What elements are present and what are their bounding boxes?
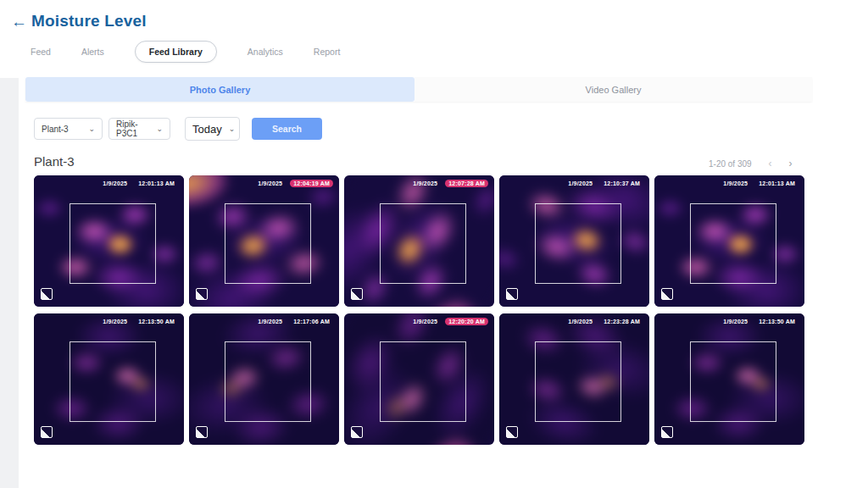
tile-meta: 1/9/2025 12:13:50 AM	[103, 318, 178, 325]
tile-meta: 1/9/2025 12:13:50 AM	[723, 318, 798, 325]
chevron-down-icon: ⌄	[156, 125, 163, 133]
nav-tabs: Feed Alerts Feed Library Analytics Repor…	[31, 40, 340, 64]
tile-date: 1/9/2025	[413, 180, 437, 186]
tile-meta: 1/9/2025 12:04:19 AM	[258, 180, 333, 187]
expand-icon[interactable]	[41, 288, 53, 300]
tile-date: 1/9/2025	[103, 180, 127, 186]
tile-date: 1/9/2025	[568, 180, 593, 186]
annotation-box	[690, 341, 776, 422]
tab-photo-gallery[interactable]: Photo Gallery	[25, 77, 415, 102]
gallery-tile[interactable]: 1/9/2025 12:10:37 AM	[499, 175, 649, 307]
tab-analytics[interactable]: Analytics	[248, 47, 283, 57]
pagination-prev-icon[interactable]: ‹	[769, 158, 772, 169]
expand-icon[interactable]	[506, 426, 518, 438]
tile-meta: 1/9/2025 12:01:13 AM	[723, 180, 798, 187]
expand-icon[interactable]	[196, 426, 208, 438]
annotation-box	[535, 203, 620, 284]
annotation-box	[380, 203, 465, 284]
expand-icon[interactable]	[351, 288, 363, 300]
pagination-next-icon[interactable]: ›	[789, 158, 793, 169]
page-left-gutter	[0, 78, 19, 488]
tab-report[interactable]: Report	[314, 47, 341, 57]
search-button[interactable]: Search	[252, 118, 322, 140]
annotation-box	[70, 203, 155, 284]
tile-time: 12:20:20 AM	[445, 318, 488, 325]
annotation-box	[225, 341, 310, 422]
tile-date: 1/9/2025	[258, 319, 282, 324]
tile-time: 12:23:28 AM	[600, 318, 643, 325]
gallery-tab-bar: Photo Gallery Video Gallery	[25, 77, 812, 102]
plant-select[interactable]: Plant-3 ⌄	[34, 118, 103, 140]
date-select[interactable]: Today ⌄	[185, 117, 240, 141]
photo-grid: 1/9/2025 12:01:13 AM 1/9/2025 12:04:19 A…	[34, 175, 804, 445]
section-title: Plant-3	[34, 154, 75, 169]
annotation-box	[380, 341, 465, 422]
tile-date: 1/9/2025	[723, 319, 748, 324]
tile-meta: 1/9/2025 12:23:28 AM	[568, 318, 643, 325]
tile-time: 12:04:19 AM	[290, 180, 333, 187]
gallery-tile[interactable]: 1/9/2025 12:13:50 AM	[654, 313, 804, 445]
plant-select-value: Plant-3	[42, 125, 69, 134]
page-title: Moisture Level	[31, 12, 147, 30]
annotation-box	[690, 203, 776, 284]
tile-meta: 1/9/2025 12:10:37 AM	[568, 180, 643, 187]
pagination: 1-20 of 309 ‹ ›	[709, 158, 793, 169]
annotation-box	[70, 341, 155, 422]
tab-video-gallery[interactable]: Video Gallery	[415, 77, 812, 102]
moisture-level-page: ← Moisture Level Feed Alerts Feed Librar…	[0, 0, 868, 488]
expand-icon[interactable]	[661, 288, 673, 300]
tile-date: 1/9/2025	[413, 319, 437, 324]
tab-feed-library[interactable]: Feed Library	[135, 41, 217, 63]
tab-alerts[interactable]: Alerts	[81, 47, 104, 57]
tile-date: 1/9/2025	[258, 180, 282, 186]
camera-select[interactable]: Ripik-P3C1 ⌄	[108, 118, 170, 140]
gallery-tile[interactable]: 1/9/2025 12:07:28 AM	[344, 175, 494, 307]
tile-time: 12:13:50 AM	[755, 318, 798, 325]
back-arrow-icon[interactable]: ←	[11, 13, 27, 31]
tile-time: 12:13:50 AM	[135, 318, 178, 325]
gallery-tile[interactable]: 1/9/2025 12:01:13 AM	[654, 175, 804, 307]
chevron-down-icon: ⌄	[229, 125, 236, 133]
tile-meta: 1/9/2025 12:07:28 AM	[413, 180, 488, 187]
expand-icon[interactable]	[41, 426, 53, 438]
tile-time: 12:07:28 AM	[445, 180, 488, 187]
annotation-box	[535, 341, 620, 422]
tile-time: 12:17:06 AM	[290, 318, 333, 325]
tile-time: 12:01:13 AM	[755, 180, 798, 187]
expand-icon[interactable]	[506, 288, 518, 300]
gallery-tile[interactable]: 1/9/2025 12:17:06 AM	[189, 313, 339, 445]
gallery-tile[interactable]: 1/9/2025 12:20:20 AM	[344, 313, 494, 445]
tile-time: 12:10:37 AM	[600, 180, 643, 187]
gallery-tile[interactable]: 1/9/2025 12:23:28 AM	[499, 313, 649, 445]
expand-icon[interactable]	[661, 426, 673, 438]
chevron-down-icon: ⌄	[88, 125, 95, 133]
tile-date: 1/9/2025	[723, 180, 748, 186]
gallery-tile[interactable]: 1/9/2025 12:13:50 AM	[34, 313, 184, 445]
camera-select-value: Ripik-P3C1	[116, 119, 149, 138]
filter-bar: Plant-3 ⌄ Ripik-P3C1 ⌄ Today ⌄ Search	[34, 117, 322, 141]
expand-icon[interactable]	[351, 426, 363, 438]
gallery-tile[interactable]: 1/9/2025 12:01:13 AM	[34, 175, 184, 307]
tile-time: 12:01:13 AM	[135, 180, 178, 187]
expand-icon[interactable]	[196, 288, 208, 300]
annotation-box	[225, 203, 310, 284]
gallery-tile[interactable]: 1/9/2025 12:04:19 AM	[189, 175, 339, 307]
tile-date: 1/9/2025	[568, 319, 593, 324]
tab-feed[interactable]: Feed	[31, 47, 51, 57]
tile-date: 1/9/2025	[103, 319, 127, 324]
tile-meta: 1/9/2025 12:17:06 AM	[258, 318, 333, 325]
tile-meta: 1/9/2025 12:01:13 AM	[103, 180, 178, 187]
date-select-value: Today	[192, 123, 222, 136]
pagination-range: 1-20 of 309	[709, 159, 752, 169]
tile-meta: 1/9/2025 12:20:20 AM	[413, 318, 488, 325]
